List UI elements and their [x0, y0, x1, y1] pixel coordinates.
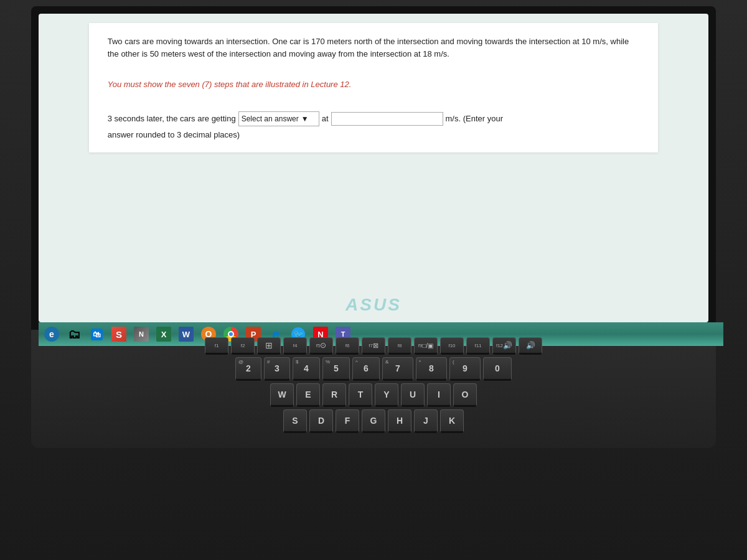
- key-f3[interactable]: ⊞: [257, 337, 281, 355]
- question-suffix: m/s. (Enter your: [446, 113, 503, 125]
- chevron-down-icon: ▼: [301, 113, 309, 124]
- instruction-text: You must show the seven (7) steps that a…: [108, 78, 640, 91]
- key-s[interactable]: S: [283, 409, 307, 433]
- key-9[interactable]: ( 9: [449, 357, 481, 381]
- key-f9[interactable]: f9□/▣: [414, 337, 438, 355]
- onenote-taskbar-icon[interactable]: N: [131, 324, 152, 344]
- key-j[interactable]: J: [414, 409, 438, 433]
- question-prefix: 3 seconds later, the cars are getting: [108, 113, 236, 125]
- onenote-icon: N: [134, 327, 149, 342]
- question-line2: answer rounded to 3 decimal places): [108, 129, 240, 141]
- document-area: Two cars are moving towards an intersect…: [89, 23, 659, 152]
- question-middle: at: [322, 113, 329, 125]
- s-icon: S: [111, 327, 126, 342]
- asdf-row: S D F G H J K: [44, 409, 703, 433]
- key-g[interactable]: G: [362, 409, 385, 433]
- screen-bezel: Two cars are moving towards an intersect…: [31, 6, 716, 330]
- key-r[interactable]: R: [322, 383, 346, 407]
- ie-taskbar-icon[interactable]: e: [41, 324, 62, 344]
- key-e[interactable]: E: [296, 383, 320, 407]
- key-f[interactable]: F: [336, 409, 359, 433]
- num-key-row: @ 2 # 3 $ 4 % 5 ^ 6 & 7: [44, 357, 703, 381]
- key-f4[interactable]: f4: [283, 337, 307, 355]
- key-u[interactable]: U: [401, 383, 425, 407]
- key-5[interactable]: % 5: [322, 357, 350, 381]
- key-2[interactable]: @ 2: [235, 357, 261, 381]
- select-answer-dropdown[interactable]: Select an answer ▼: [238, 111, 319, 126]
- keyboard-base: f1 f2 ⊞ f4 f5⊙ f6 f7⊠ f8 f9□/▣ f10 f11 f…: [31, 330, 716, 448]
- key-f12[interactable]: f12🔊: [492, 337, 516, 355]
- dropdown-label: Select an answer: [242, 113, 299, 124]
- key-3[interactable]: # 3: [264, 357, 290, 381]
- key-6[interactable]: ^ 6: [352, 357, 380, 381]
- key-f5[interactable]: f5⊙: [309, 337, 333, 355]
- folder-icon: 🗂: [68, 327, 80, 342]
- store-taskbar-icon[interactable]: 🛍: [86, 324, 107, 344]
- key-f10[interactable]: f10: [440, 337, 464, 355]
- word-taskbar-icon[interactable]: W: [176, 324, 197, 344]
- laptop-outer: Two cars are moving towards an intersect…: [0, 0, 747, 560]
- key-y[interactable]: Y: [375, 383, 398, 407]
- key-k[interactable]: K: [440, 409, 464, 433]
- excel-icon: X: [156, 327, 171, 342]
- answer-input[interactable]: [331, 112, 443, 126]
- excel-taskbar-icon[interactable]: X: [153, 324, 174, 344]
- qwerty-row: W E R T Y U I O: [44, 383, 703, 407]
- screen-content: Two cars are moving towards an intersect…: [39, 14, 708, 322]
- key-4[interactable]: $ 4: [293, 357, 320, 381]
- folder-taskbar-icon[interactable]: 🗂: [63, 324, 85, 344]
- key-7[interactable]: & 7: [382, 357, 413, 381]
- problem-text: Two cars are moving towards an intersect…: [108, 35, 640, 60]
- question-row: 3 seconds later, the cars are getting Se…: [108, 111, 640, 126]
- key-f2[interactable]: f2: [231, 337, 255, 355]
- key-i[interactable]: I: [427, 383, 451, 407]
- key-f8[interactable]: f8: [388, 337, 411, 355]
- key-f1[interactable]: f1: [205, 337, 228, 355]
- key-f13[interactable]: 🔊: [519, 337, 542, 355]
- key-8[interactable]: * 8: [416, 357, 447, 381]
- asus-logo: ASUS: [345, 295, 402, 315]
- key-f7[interactable]: f7⊠: [362, 337, 385, 355]
- key-f11[interactable]: f11: [466, 337, 490, 355]
- store-icon: 🛍: [91, 329, 103, 340]
- key-t[interactable]: T: [349, 383, 372, 407]
- key-h[interactable]: H: [388, 409, 411, 433]
- key-0[interactable]: 0: [483, 357, 512, 381]
- key-d[interactable]: D: [309, 409, 333, 433]
- key-o[interactable]: O: [453, 383, 477, 407]
- key-w[interactable]: W: [270, 383, 294, 407]
- ie-icon: e: [44, 327, 59, 342]
- key-f6[interactable]: f6: [336, 337, 359, 355]
- s-taskbar-icon[interactable]: S: [108, 324, 129, 344]
- word-icon: W: [179, 327, 194, 342]
- question-row-2: answer rounded to 3 decimal places): [108, 129, 640, 141]
